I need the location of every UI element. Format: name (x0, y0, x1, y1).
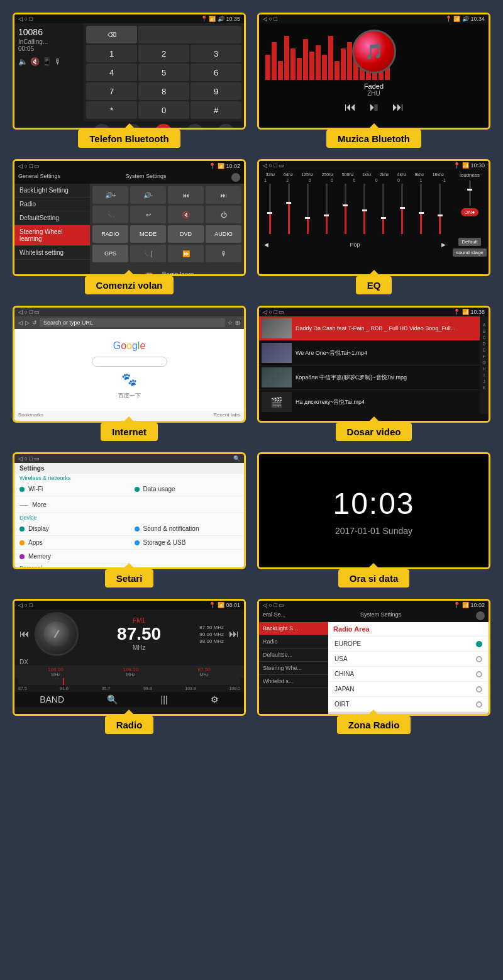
rz-steering-item[interactable]: Steering Whe... (259, 662, 328, 675)
radio-next-icon[interactable]: ⏭ (229, 628, 239, 640)
inet-star-icon[interactable]: ☆ (228, 320, 233, 326)
delete-key[interactable]: ⌫ (86, 26, 137, 43)
video-item-3[interactable]: Корабли 中信宇嘉(哕哕C罗制)~音悦Tai.mpg (259, 365, 480, 390)
preset-1[interactable]: 106.00MHz (48, 667, 63, 677)
eq-band-5[interactable] (363, 184, 365, 240)
key-8[interactable]: 8 (138, 82, 189, 100)
wifi-item[interactable]: Wi-Fi (14, 482, 130, 496)
radio-band-btn[interactable]: BAND (40, 694, 64, 704)
rz-radio-item[interactable]: Radio (259, 635, 328, 649)
memory-item[interactable]: Memory (14, 550, 130, 564)
rz-whitelist-item[interactable]: Whitelist s... (259, 675, 328, 688)
steering-item[interactable]: Steering Wheel learning (14, 225, 90, 246)
gps-label-btn[interactable]: GPS (92, 245, 128, 262)
inet-recent-label[interactable]: Recent tabs (213, 412, 240, 418)
eq-band-1[interactable] (288, 184, 290, 240)
next-icon[interactable]: ⏭ (392, 101, 404, 114)
clock-icon[interactable]: ⏱ (93, 124, 111, 130)
preset-3[interactable]: 87.50MHz (198, 667, 211, 677)
next-btn[interactable]: ⏭ (206, 186, 241, 204)
mode-label-btn[interactable]: MODE (130, 225, 166, 243)
eq-band-0[interactable] (269, 184, 271, 240)
video-item-2[interactable]: We Are One~音悦Tai~1.mp4 (259, 341, 480, 365)
play-pause-icon[interactable]: ⏯ (368, 101, 380, 114)
dialpad-icon[interactable]: ⌨ (155, 124, 172, 130)
key-4[interactable]: 4 (86, 64, 137, 81)
apps-item[interactable]: Apps (14, 536, 130, 550)
google-search-box[interactable] (92, 357, 167, 367)
key-star[interactable]: * (86, 101, 137, 119)
inet-forward-icon[interactable]: ▷ (25, 320, 30, 326)
whitelist-item[interactable]: Whitelist setting (14, 246, 90, 260)
eq-soundstage-button[interactable]: sound stage (453, 248, 487, 257)
rz-backlight-item[interactable]: BackLight S... (259, 622, 328, 635)
key-3[interactable]: 3 (191, 45, 241, 62)
rz-option-japan[interactable]: JAPAN (328, 682, 489, 697)
eq-band-4[interactable] (345, 184, 346, 240)
radio-gear-icon[interactable]: ⚙ (211, 694, 219, 704)
key-6[interactable]: 6 (191, 64, 241, 81)
prev-icon[interactable]: ⏮ (345, 101, 356, 114)
eq-band-8[interactable] (420, 184, 422, 240)
back-btn[interactable]: ↩ (130, 206, 166, 223)
prev-btn[interactable]: ⏮ (168, 186, 204, 204)
dvd-label-btn[interactable]: DVD (168, 225, 204, 243)
eq-band-6[interactable] (382, 184, 384, 240)
inet-url-bar[interactable]: Search or type URL (40, 318, 225, 327)
tel-btn[interactable]: 📞| (130, 245, 166, 262)
key-2[interactable]: 2 (138, 45, 189, 62)
data-usage-item[interactable]: Data usage (130, 482, 245, 496)
mic-btn[interactable]: 🎙 (206, 245, 241, 262)
eq-band-2[interactable] (307, 184, 309, 240)
audio-label-btn[interactable]: AUDIO (206, 225, 241, 243)
inet-back-icon[interactable]: ◁ (18, 320, 23, 326)
inet-refresh-icon[interactable]: ↺ (32, 320, 37, 326)
video-item-1[interactable]: Daddy Da Cash feat T-Pain _ RDB _ Full H… (259, 316, 480, 341)
default-item[interactable]: DefaultSetting (14, 211, 90, 225)
preset-2[interactable]: 108.00MHz (123, 667, 138, 677)
radiozone-toggle[interactable] (476, 611, 485, 620)
mute-btn[interactable]: 🔇 (168, 206, 204, 223)
notes-icon[interactable]: 📋 (186, 124, 204, 130)
radio-search-icon[interactable]: 🔍 (107, 694, 118, 704)
key-9[interactable]: 9 (191, 82, 241, 100)
radio-item[interactable]: Radio (14, 198, 90, 211)
key-7[interactable]: 7 (86, 82, 137, 100)
video-item-4[interactable]: 🎬 На дискотеку~音悦Tai.mp4 (259, 390, 480, 414)
vol-up-btn[interactable]: 🔊+ (92, 186, 128, 204)
backlight-item[interactable]: BackLight Setting (14, 184, 90, 198)
settings-toggle[interactable] (231, 173, 240, 182)
eq-on-toggle[interactable]: ON● (461, 208, 479, 216)
radio-eq-icon[interactable]: ||| (161, 694, 168, 704)
storage-item[interactable]: Storage & USB (130, 536, 245, 550)
car-icon: 🚗 (140, 267, 156, 276)
eq-next-icon[interactable]: ▶ (441, 242, 446, 248)
eq-default-button[interactable]: Default (458, 238, 480, 246)
key-5[interactable]: 5 (138, 64, 189, 81)
rz-option-europe[interactable]: EUROPE (328, 637, 489, 652)
power-btn[interactable]: ⏻ (206, 206, 241, 223)
display-item[interactable]: Display (14, 522, 130, 536)
rz-default-item[interactable]: DefaultSe... (259, 649, 328, 662)
key-1[interactable]: 1 (86, 45, 137, 62)
eq-prev-icon[interactable]: ◀ (264, 242, 268, 248)
inet-bookmarks-label[interactable]: Bookmarks (18, 412, 43, 418)
eq-band-3[interactable] (326, 184, 328, 240)
radio-label-btn[interactable]: RADIO (92, 225, 128, 243)
sound-item[interactable]: Sound & notification (130, 522, 245, 536)
key-0[interactable]: 0 (138, 101, 189, 119)
rz-option-usa[interactable]: USA (328, 652, 489, 667)
more-item[interactable]: — More (14, 496, 130, 513)
settings-small-icon[interactable]: ⚙ (217, 124, 235, 130)
eq-band-7[interactable] (401, 184, 403, 240)
inet-tabs-icon[interactable]: ⊞ (235, 320, 240, 326)
rz-option-oirt[interactable]: OIRT (328, 697, 489, 712)
eq-band-9[interactable] (439, 184, 441, 240)
key-hash[interactable]: # (191, 101, 241, 119)
call-btn[interactable]: 📞 (92, 206, 128, 223)
begin-learn-label[interactable]: Begin learn (162, 271, 194, 277)
vol-down-btn[interactable]: 🔊- (130, 186, 166, 204)
rz-option-china[interactable]: CHINA (328, 667, 489, 682)
seek-btn[interactable]: ⏩ (168, 245, 204, 262)
radio-prev-icon[interactable]: ⏮ (19, 628, 30, 640)
